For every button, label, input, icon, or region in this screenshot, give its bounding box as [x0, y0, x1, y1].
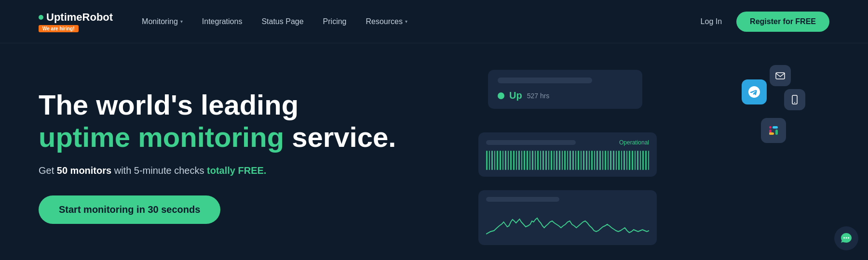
uptime-bar	[594, 151, 596, 170]
uptime-bar	[548, 151, 550, 170]
logo-dot	[39, 15, 43, 20]
nav-status-page[interactable]: Status Page	[261, 17, 303, 26]
uptime-bar	[645, 151, 647, 170]
hero-content: The world's leading uptime monitoring se…	[39, 79, 474, 223]
mobile-icon	[784, 89, 805, 110]
hiring-badge[interactable]: We are hiring!	[39, 25, 79, 32]
uptime-bar	[589, 151, 590, 170]
subtitle-bold: 50 monitors	[57, 165, 111, 176]
uptime-bar	[616, 151, 617, 170]
uptime-bar	[602, 151, 604, 170]
uptime-bar	[637, 151, 638, 170]
register-button[interactable]: Register for FREE	[736, 12, 829, 32]
cta-button[interactable]: Start monitoring in 30 seconds	[39, 195, 220, 224]
graph-label-bar	[486, 140, 576, 145]
status-hours: 527 hrs	[527, 92, 550, 100]
uptime-bar	[505, 151, 506, 170]
svg-rect-6	[775, 126, 778, 129]
email-icon	[770, 65, 791, 86]
uptime-bar	[572, 151, 574, 170]
chevron-down-icon: ▾	[405, 19, 407, 24]
uptime-bar	[510, 151, 512, 170]
svg-point-11	[843, 237, 845, 239]
operational-label: Operational	[619, 139, 649, 146]
uptime-bar	[578, 151, 579, 170]
subtitle-middle: with 5-minute checks	[111, 165, 207, 176]
uptime-bar	[581, 151, 582, 170]
svg-rect-8	[775, 132, 778, 135]
uptime-bar	[570, 151, 571, 170]
uptime-bar	[648, 151, 650, 170]
uptime-bar	[621, 151, 623, 170]
uptime-bar	[537, 151, 539, 170]
hero-title-line1: The world's leading	[39, 89, 298, 120]
response-wave-chart	[486, 208, 649, 236]
nav-integrations[interactable]: Integrations	[202, 17, 243, 26]
uptime-bar	[489, 151, 490, 170]
svg-point-2	[794, 102, 795, 103]
uptime-bar	[624, 151, 625, 170]
telegram-icon	[742, 79, 767, 104]
svg-point-12	[846, 237, 847, 239]
uptime-bar	[521, 151, 523, 170]
uptime-bar	[632, 151, 633, 170]
response-time-card	[478, 190, 657, 245]
uptime-bar	[597, 151, 598, 170]
uptime-bar	[626, 151, 628, 170]
nav-right: Log In Register for FREE	[701, 12, 829, 32]
uptime-bar	[532, 151, 533, 170]
slack-icon	[761, 118, 786, 143]
uptime-bar	[567, 151, 569, 170]
chevron-down-icon: ▾	[180, 19, 183, 24]
chat-bubble-button[interactable]	[834, 226, 858, 250]
card-bar-placeholder	[498, 78, 592, 83]
login-button[interactable]: Log In	[701, 17, 722, 26]
uptime-bar	[640, 151, 641, 170]
uptime-bars	[486, 151, 649, 170]
hero-title-rest: service.	[284, 121, 396, 153]
uptime-bar	[629, 151, 630, 170]
uptime-bar	[529, 151, 531, 170]
svg-point-13	[848, 237, 849, 239]
uptime-bar	[540, 151, 542, 170]
uptime-bar	[591, 151, 593, 170]
nav-resources[interactable]: Resources ▾	[366, 17, 407, 26]
response-label-bar	[486, 197, 559, 202]
hero-visual: Up 527 hrs Operational	[474, 60, 829, 243]
uptime-bar	[486, 151, 488, 170]
uptime-bar	[608, 151, 609, 170]
navbar: UptimeRobot We are hiring! Monitoring ▾ …	[0, 0, 868, 43]
svg-rect-0	[776, 73, 785, 79]
subtitle-prefix: Get	[39, 165, 57, 176]
nav-monitoring[interactable]: Monitoring ▾	[142, 17, 183, 26]
uptime-bar	[586, 151, 587, 170]
nav-pricing[interactable]: Pricing	[323, 17, 347, 26]
uptime-bar	[635, 151, 636, 170]
uptime-bars-card: Operational	[478, 132, 657, 177]
uptime-bar	[518, 151, 520, 170]
uptime-bar	[491, 151, 493, 170]
logo-area: UptimeRobot We are hiring!	[39, 11, 113, 32]
logo[interactable]: UptimeRobot	[39, 11, 113, 24]
uptime-bar	[618, 151, 620, 170]
uptime-bar	[535, 151, 536, 170]
status-dot-green	[498, 92, 504, 99]
uptime-bar	[551, 151, 552, 170]
graph-header: Operational	[486, 139, 649, 146]
nav-links: Monitoring ▾ Integrations Status Page Pr…	[142, 17, 701, 26]
uptime-bar	[494, 151, 496, 170]
uptime-bar	[599, 151, 601, 170]
uptime-bar	[562, 151, 563, 170]
subtitle-free: totally FREE.	[207, 165, 266, 176]
uptime-bar	[556, 151, 557, 170]
uptime-bar	[605, 151, 606, 170]
hero-title-green: uptime monitoring	[39, 121, 284, 153]
uptime-bar	[564, 151, 566, 170]
uptime-bar	[497, 151, 498, 170]
hero-title: The world's leading uptime monitoring se…	[39, 89, 474, 153]
uptime-bar	[524, 151, 525, 170]
uptime-bar	[502, 151, 504, 170]
monitor-status-card: Up 527 hrs	[488, 70, 642, 109]
uptime-bar	[545, 151, 547, 170]
uptime-bar	[542, 151, 544, 170]
